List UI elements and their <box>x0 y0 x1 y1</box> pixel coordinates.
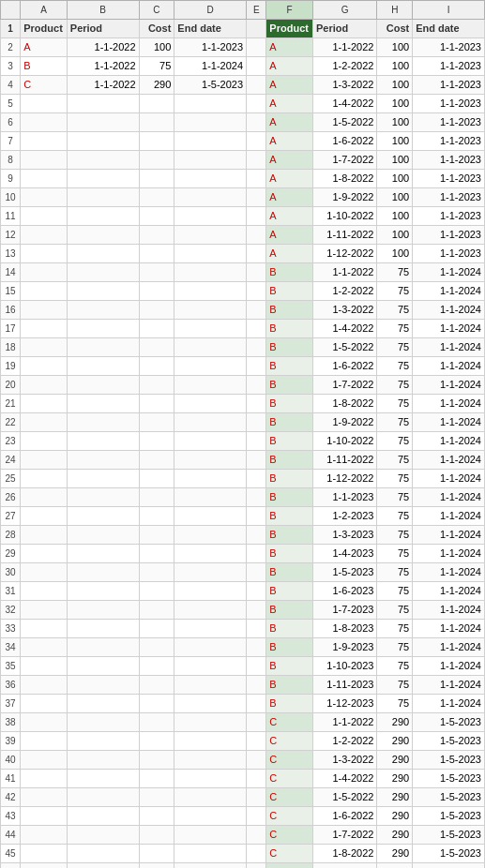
left-cell-24-3 <box>174 451 247 470</box>
left-cell-13-2 <box>139 245 174 263</box>
row-number-12: 12 <box>1 226 21 245</box>
right-cell-2-3: 1-1-2023 <box>413 38 485 57</box>
row-number-11: 11 <box>1 207 21 226</box>
empty-cell-39 <box>247 732 266 751</box>
left-cell-3-0: B <box>21 57 68 76</box>
table-row: 45C1-8-20222901-5-2023 <box>1 845 485 863</box>
right-cell-42-0: C <box>266 788 313 807</box>
left-cell-39-0 <box>21 732 68 751</box>
right-cell-32-0: B <box>266 601 313 620</box>
left-cell-15-2 <box>139 282 174 301</box>
right-cell-20-0: B <box>266 376 313 395</box>
right-cell-28-1: 1-3-2023 <box>312 526 376 545</box>
left-cell-20-1 <box>67 376 139 395</box>
right-cell-42-2: 290 <box>377 788 413 807</box>
left-cell-21-0 <box>21 395 68 413</box>
right-cell-5-1: 1-4-2022 <box>312 95 376 113</box>
row-number-2: 2 <box>1 38 21 57</box>
left-cell-4-3: 1-5-2023 <box>174 76 247 95</box>
empty-cell-20 <box>247 376 266 395</box>
right-cell-41-2: 290 <box>377 770 413 788</box>
right-cell-21-1: 1-8-2022 <box>312 395 376 413</box>
left-cell-6-2 <box>139 113 174 132</box>
table-row: 25B1-12-2022751-1-2024 <box>1 470 485 488</box>
right-cell-18-1: 1-5-2022 <box>312 338 376 357</box>
right-cell-17-0: B <box>266 320 313 338</box>
empty-cell-31 <box>247 582 266 601</box>
table-row: 46C1-9-20222901-5-2023 <box>1 863 485 869</box>
right-cell-14-2: 75 <box>377 263 413 282</box>
right-cell-13-0: A <box>266 245 313 263</box>
right-cell-20-2: 75 <box>377 376 413 395</box>
right-cell-6-0: A <box>266 113 313 132</box>
right-cell-45-2: 290 <box>377 845 413 863</box>
empty-cell-19 <box>247 357 266 376</box>
left-cell-29-2 <box>139 545 174 563</box>
left-cell-13-0 <box>21 245 68 263</box>
right-cell-34-2: 75 <box>377 638 413 657</box>
main-table: A B C D E F G H I 1ProductPeriodCostEnd … <box>0 0 485 868</box>
row-number-35: 35 <box>1 657 21 676</box>
left-cell-23-0 <box>21 432 68 451</box>
right-cell-19-3: 1-1-2024 <box>413 357 485 376</box>
right-cell-6-2: 100 <box>377 113 413 132</box>
row-number-25: 25 <box>1 470 21 488</box>
data-header-row: 1ProductPeriodCostEnd dateProductPeriodC… <box>1 20 485 38</box>
left-cell-25-2 <box>139 470 174 488</box>
right-cell-38-2: 290 <box>377 713 413 732</box>
table-row: 3B1-1-2022751-1-2024A1-2-20221001-1-2023 <box>1 57 485 76</box>
empty-cell-35 <box>247 657 266 676</box>
left-cell-33-3 <box>174 620 247 638</box>
right-cell-14-3: 1-1-2024 <box>413 263 485 282</box>
right-cell-27-3: 1-1-2024 <box>413 507 485 526</box>
empty-cell-11 <box>247 207 266 226</box>
right-cell-42-3: 1-5-2023 <box>413 788 485 807</box>
left-cell-32-1 <box>67 601 139 620</box>
table-row: 9A1-8-20221001-1-2023 <box>1 170 485 188</box>
right-cell-37-1: 1-12-2023 <box>312 695 376 713</box>
right-cell-39-0: C <box>266 732 313 751</box>
table-row: 6A1-5-20221001-1-2023 <box>1 113 485 132</box>
left-cell-19-1 <box>67 357 139 376</box>
left-cell-10-0 <box>21 188 68 207</box>
row-number-33: 33 <box>1 620 21 638</box>
row-number-42: 42 <box>1 788 21 807</box>
left-cell-41-2 <box>139 770 174 788</box>
left-cell-23-3 <box>174 432 247 451</box>
right-cell-30-0: B <box>266 563 313 582</box>
left-header-product: Product <box>21 20 68 38</box>
empty-cell-28 <box>247 526 266 545</box>
table-row: 34B1-9-2023751-1-2024 <box>1 638 485 657</box>
row-number-40: 40 <box>1 751 21 770</box>
left-cell-37-3 <box>174 695 247 713</box>
table-row: 39C1-2-20222901-5-2023 <box>1 732 485 751</box>
left-cell-24-2 <box>139 451 174 470</box>
row-number-27: 27 <box>1 507 21 526</box>
row-number-22: 22 <box>1 413 21 432</box>
right-cell-9-3: 1-1-2023 <box>413 170 485 188</box>
right-cell-43-2: 290 <box>377 807 413 826</box>
right-cell-19-1: 1-6-2022 <box>312 357 376 376</box>
right-cell-41-1: 1-4-2022 <box>312 770 376 788</box>
right-cell-43-1: 1-6-2022 <box>312 807 376 826</box>
right-cell-4-3: 1-1-2023 <box>413 76 485 95</box>
right-cell-18-0: B <box>266 338 313 357</box>
left-cell-34-2 <box>139 638 174 657</box>
left-cell-9-1 <box>67 170 139 188</box>
left-cell-13-1 <box>67 245 139 263</box>
left-cell-20-0 <box>21 376 68 395</box>
left-cell-45-0 <box>21 845 68 863</box>
left-cell-34-1 <box>67 638 139 657</box>
table-row: 29B1-4-2023751-1-2024 <box>1 545 485 563</box>
right-cell-34-3: 1-1-2024 <box>413 638 485 657</box>
corner-cell <box>1 1 21 20</box>
right-cell-11-0: A <box>266 207 313 226</box>
left-cell-20-2 <box>139 376 174 395</box>
table-body: 1ProductPeriodCostEnd dateProductPeriodC… <box>1 20 485 869</box>
table-row: 18B1-5-2022751-1-2024 <box>1 338 485 357</box>
left-cell-3-1: 1-1-2022 <box>67 57 139 76</box>
col-letter-g: G <box>312 1 376 20</box>
left-cell-31-3 <box>174 582 247 601</box>
left-cell-26-1 <box>67 488 139 507</box>
table-row: 23B1-10-2022751-1-2024 <box>1 432 485 451</box>
